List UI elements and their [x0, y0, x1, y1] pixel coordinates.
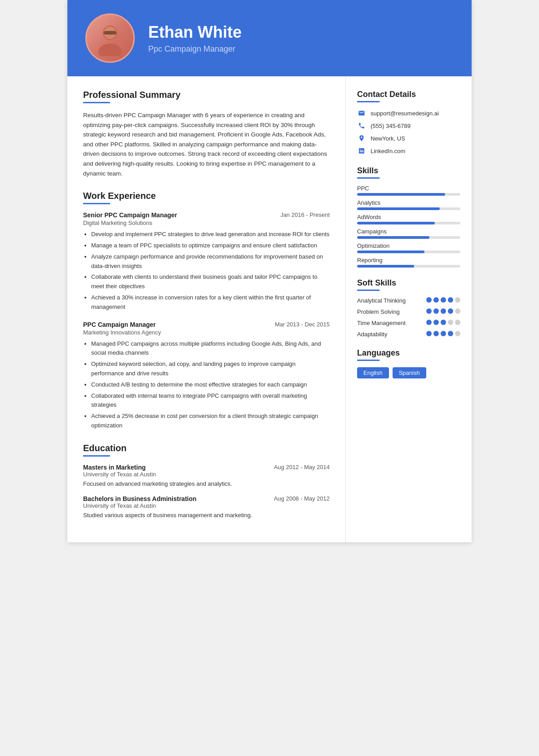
- svg-point-1: [98, 44, 122, 56]
- list-item: Conducted A/B testing to determine the m…: [91, 380, 330, 390]
- soft-skill-name: Adaptability: [357, 331, 420, 338]
- job-bullets: Develop and implement PPC strategies to …: [83, 230, 330, 312]
- soft-skill-name: Analytical Thinking: [357, 297, 420, 304]
- contact-text: LinkedIn.com: [371, 148, 405, 154]
- work-underline: [83, 203, 110, 204]
- dot-filled: [426, 297, 432, 303]
- skill-bar: [357, 251, 460, 253]
- job-dates: Jan 2016 - Present: [280, 211, 330, 218]
- dot-filled: [441, 297, 446, 303]
- skill-bar-fill: [357, 193, 445, 196]
- resume-header: Ethan White Ppc Campaign Manager: [67, 0, 472, 76]
- contact-section: Contact Details support@resumedesign.ai …: [357, 90, 460, 155]
- list-item: Collaborate with clients to understand t…: [91, 273, 330, 291]
- jobs-list: Senior PPC Campaign Manager Jan 2016 - P…: [83, 211, 330, 431]
- contact-item: (555) 345-6789: [357, 121, 460, 130]
- work-title: Work Experience: [83, 191, 330, 201]
- skills-title: Skills: [357, 166, 460, 176]
- dot-filled: [433, 308, 439, 314]
- dot-filled: [426, 320, 432, 325]
- edu-header: Masters in Marketing Aug 2012 - May 2014: [83, 464, 330, 471]
- skill-bar: [357, 236, 460, 239]
- soft-skill-item: Time Management: [357, 320, 460, 326]
- job-dates: Mar 2013 - Dec 2015: [275, 321, 330, 328]
- list-item: Collaborated with internal teams to inte…: [91, 391, 330, 410]
- list-item: Achieved a 25% decrease in cost per conv…: [91, 412, 330, 431]
- dot-empty: [455, 308, 460, 314]
- edu-header: Bachelors in Business Administration Aug…: [83, 495, 330, 502]
- skill-bar-fill: [357, 222, 435, 224]
- list-item: Develop and implement PPC strategies to …: [91, 230, 330, 239]
- job-header: PPC Campaign Manager Mar 2013 - Dec 2015: [83, 321, 330, 328]
- location-icon: [357, 134, 366, 143]
- edu-underline: [83, 455, 110, 457]
- soft-skill-dots: [420, 297, 460, 303]
- dot-filled: [448, 308, 453, 314]
- edu-title: Education: [83, 443, 330, 453]
- soft-skill-dots: [420, 331, 460, 336]
- edu-school: University of Texas at Austin: [83, 502, 330, 509]
- skill-name: PPC: [357, 185, 460, 192]
- edu-list: Masters in Marketing Aug 2012 - May 2014…: [83, 464, 330, 520]
- contact-text: support@resumedesign.ai: [371, 110, 439, 117]
- edu-dates: Aug 2012 - May 2014: [274, 464, 330, 470]
- skill-item: Campaigns: [357, 228, 460, 239]
- list-item: Analyze campaign performance and provide…: [91, 252, 330, 271]
- edu-desc: Focused on advanced marketing strategies…: [83, 479, 330, 488]
- languages-list: EnglishSpanish: [357, 367, 460, 378]
- header-title: Ppc Campaign Manager: [148, 44, 242, 54]
- skills-section: Skills PPC Analytics AdWords Campaigns O: [357, 166, 460, 268]
- dot-filled: [433, 331, 439, 336]
- languages-title: Languages: [357, 348, 460, 358]
- edu-dates: Aug 2008 - May 2012: [274, 495, 330, 502]
- skill-bar-fill: [357, 236, 429, 239]
- resume-content: Professional Summary Results-driven PPC …: [67, 76, 472, 542]
- soft-skill-item: Analytical Thinking: [357, 297, 460, 304]
- job-header: Senior PPC Campaign Manager Jan 2016 - P…: [83, 211, 330, 219]
- skill-bar: [357, 265, 460, 268]
- contact-item: support@resumedesign.ai: [357, 109, 460, 118]
- languages-section: Languages EnglishSpanish: [357, 348, 460, 378]
- soft-skills-list: Analytical Thinking Problem Solving Time…: [357, 297, 460, 338]
- skills-list: PPC Analytics AdWords Campaigns Optimiza…: [357, 185, 460, 268]
- contact-list: support@resumedesign.ai (555) 345-6789 N…: [357, 109, 460, 155]
- skill-bar-fill: [357, 251, 424, 253]
- left-column: Professional Summary Results-driven PPC …: [67, 76, 346, 542]
- skill-bar: [357, 207, 460, 210]
- soft-skills-section: Soft Skills Analytical Thinking Problem …: [357, 278, 460, 338]
- job-title: PPC Campaign Manager: [83, 321, 156, 328]
- skill-bar-fill: [357, 207, 440, 210]
- skills-underline: [357, 177, 380, 179]
- soft-skill-item: Adaptability: [357, 331, 460, 338]
- dot-filled: [441, 320, 446, 325]
- resume-document: Ethan White Ppc Campaign Manager Profess…: [67, 0, 472, 542]
- header-info: Ethan White Ppc Campaign Manager: [148, 23, 242, 54]
- language-badge: Spanish: [393, 367, 426, 378]
- contact-item: NewYork, US: [357, 134, 460, 143]
- job-entry: Senior PPC Campaign Manager Jan 2016 - P…: [83, 211, 330, 312]
- soft-skill-name: Problem Solving: [357, 308, 420, 315]
- dot-filled: [433, 320, 439, 325]
- edu-degree: Bachelors in Business Administration: [83, 495, 196, 502]
- summary-section: Professional Summary Results-driven PPC …: [83, 90, 330, 178]
- dot-empty: [455, 331, 460, 336]
- soft-skills-title: Soft Skills: [357, 278, 460, 288]
- contact-title: Contact Details: [357, 90, 460, 99]
- list-item: Manage a team of PPC specialists to opti…: [91, 241, 330, 251]
- skill-item: Reporting: [357, 257, 460, 268]
- dot-filled: [441, 308, 446, 314]
- skill-item: Optimization: [357, 242, 460, 253]
- list-item: Achieved a 30% increase in conversion ra…: [91, 293, 330, 312]
- dot-filled: [426, 331, 432, 336]
- dot-empty: [448, 320, 453, 325]
- contact-underline: [357, 101, 380, 102]
- language-badge: English: [357, 367, 389, 378]
- education-section: Education Masters in Marketing Aug 2012 …: [83, 443, 330, 520]
- list-item: Managed PPC campaigns across multiple pl…: [91, 339, 330, 358]
- svg-rect-3: [104, 31, 116, 35]
- contact-item: LinkedIn.com: [357, 146, 460, 155]
- dot-filled: [448, 297, 453, 303]
- work-section: Work Experience Senior PPC Campaign Mana…: [83, 191, 330, 431]
- soft-skill-dots: [420, 308, 460, 314]
- job-bullets: Managed PPC campaigns across multiple pl…: [83, 339, 330, 431]
